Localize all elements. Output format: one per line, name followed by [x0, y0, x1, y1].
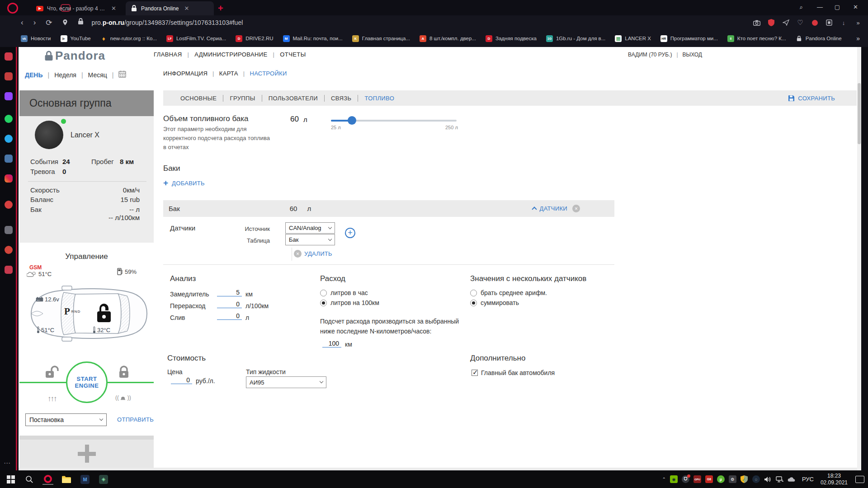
group-header[interactable]: Основная группа [19, 90, 154, 116]
scrollbar-thumb[interactable] [858, 83, 861, 144]
defender-tray-icon[interactable]: ✓ [741, 475, 748, 483]
browser-tab-pandora[interactable]: Pandora Online ✕ [126, 1, 214, 15]
taskbar-search-icon[interactable] [24, 474, 35, 485]
bookmarks-overflow-chevron[interactable]: » [856, 35, 860, 42]
new-tab-button[interactable]: + [218, 3, 223, 14]
liters-per-hour-option[interactable]: литров в час [320, 289, 368, 296]
lock-button[interactable] [118, 366, 130, 381]
start-engine-button[interactable]: START ENGINE [66, 361, 108, 403]
average-option[interactable]: брать среднее арифм. [470, 289, 547, 296]
nav-reports[interactable]: ОТЧЕТЫ [280, 51, 306, 58]
retarder-input[interactable]: 5 [217, 289, 242, 296]
maximize-window-icon[interactable]: ▢ [835, 4, 840, 10]
site-badge-pin-icon[interactable] [62, 19, 68, 27]
taskbar-opera-icon[interactable] [42, 474, 53, 485]
period-week[interactable]: Неделя [54, 71, 76, 79]
minimize-window-icon[interactable]: — [817, 4, 823, 10]
bookmark-item[interactable]: MMail.Ru: почта, пои... [283, 35, 343, 42]
bookmark-item[interactable]: llКто поет песню? К... [727, 35, 786, 42]
close-window-icon[interactable]: ✕ [853, 4, 858, 10]
back-icon[interactable]: ‹ [21, 18, 24, 27]
bookmark-item[interactable]: vkНовости [21, 35, 51, 42]
sensors-toggle[interactable]: ДАТЧИКИ [533, 205, 567, 212]
search-tabs-icon[interactable]: ⌕ [800, 4, 803, 11]
command-select[interactable]: Постановка [25, 413, 107, 426]
nav-main[interactable]: ГЛАВНАЯ [154, 51, 182, 58]
forward-icon[interactable]: › [33, 18, 36, 27]
url-text[interactable]: pro.p-on.ru/group/1349837/settings/10763… [92, 19, 243, 26]
add-sensor-button[interactable]: + [345, 228, 355, 238]
drain-input[interactable]: 0 [217, 312, 242, 320]
webasto-arrows-icon[interactable]: ↑↑↑ [47, 394, 57, 404]
browser-tab-youtube[interactable]: ▶ Что, если - разбор 4 и 3 се ✕ [32, 1, 124, 15]
slider-thumb[interactable] [348, 116, 356, 125]
tab-fuel[interactable]: ТОПЛИВО [364, 95, 394, 102]
unlock-button[interactable] [45, 366, 60, 381]
send-command-button[interactable]: ОТПРАВИТЬ [117, 416, 154, 423]
bookmark-item[interactable]: ♦new-rutor.org :: Ко... [100, 35, 157, 42]
checkbox-checked-icon[interactable] [472, 370, 478, 376]
subnav-map[interactable]: КАРТА [219, 70, 238, 77]
taskbar-file-explorer-icon[interactable] [61, 474, 72, 485]
gigabyte-tray-icon[interactable]: GII [705, 475, 713, 483]
table-select[interactable]: Бак [285, 234, 335, 245]
main-tank-checkbox-row[interactable]: Главный бак автомобиля [472, 369, 555, 376]
sidebar-toggle-icon[interactable]: » [854, 19, 862, 26]
sidebar-youtube-icon[interactable] [5, 201, 13, 209]
liters-per-100km-option[interactable]: литров на 100км [320, 299, 379, 306]
account-user[interactable]: ВАДИМ (70 РУБ.) [628, 52, 672, 58]
bookmark-item[interactable]: DDRIVE2.RU [236, 35, 273, 42]
utorrent-tray-icon[interactable]: µ [717, 475, 725, 483]
opera-menu-icon[interactable] [7, 3, 18, 14]
pandora-logo[interactable]: Pandora [44, 49, 105, 63]
sidebar-twitch-icon[interactable] [5, 92, 13, 100]
taskbar-app-icon-2[interactable]: ◈ [98, 474, 109, 485]
subnav-information[interactable]: ИНФОРМАЦИЯ [163, 70, 208, 77]
bookmark-item[interactable]: A8 шт./компл. двер... [420, 35, 476, 42]
my-flow-send-icon[interactable] [782, 19, 789, 26]
action-center-icon[interactable] [855, 476, 864, 483]
hidden-icons-chevron[interactable]: ⌃ [662, 477, 666, 482]
bookmark-item[interactable]: ▶YouTube [61, 35, 91, 42]
sum-option[interactable]: суммировать [470, 299, 519, 306]
site-security-lock-icon[interactable] [78, 18, 84, 27]
add-tank-button[interactable]: + ДОБАВИТЬ [163, 179, 205, 187]
tab-general[interactable]: ОСНОВНЫЕ [180, 95, 217, 102]
calendar-icon[interactable] [118, 70, 126, 79]
snapshot-camera-icon[interactable] [753, 19, 760, 26]
price-input[interactable]: 0 [171, 376, 192, 384]
source-select[interactable]: CAN/Analog [285, 222, 335, 234]
bookmark-item[interactable]: DЗадняя подвеска [486, 35, 537, 42]
sidebar-vk-icon[interactable] [5, 155, 13, 163]
settings-tray-icon[interactable]: ⚙ [729, 475, 736, 483]
reload-icon[interactable]: ⟳ [46, 18, 52, 28]
network-tray-icon[interactable] [776, 475, 783, 483]
save-button[interactable]: СОХРАНИТЬ [788, 95, 835, 102]
tab-connection[interactable]: СВЯЗЬ [331, 95, 351, 102]
extension-red-icon[interactable] [811, 19, 818, 26]
start-button[interactable] [5, 474, 16, 485]
tab-groups[interactable]: ГРУППЫ [230, 95, 255, 102]
sidebar-chat-icon[interactable] [5, 226, 13, 234]
close-tab-icon[interactable]: ✕ [111, 5, 116, 12]
gpu-tweak-tray-icon[interactable]: GPU [693, 475, 701, 483]
nvidia-tray-icon[interactable]: ◉ [670, 475, 678, 483]
close-tab-icon[interactable]: ✕ [184, 5, 189, 12]
taskbar-clock[interactable]: 18:23 02.09.2021 [821, 473, 848, 486]
nav-administration[interactable]: АДМИНИСТРИРОВАНИЕ [194, 51, 267, 58]
subnav-settings[interactable]: НАСТРОЙКИ [250, 70, 287, 77]
discord-tray-icon[interactable]: ᗜ [682, 475, 689, 483]
bookmark-heart-icon[interactable]: ♡ [797, 19, 804, 26]
fuel-volume-slider[interactable] [331, 120, 457, 122]
page-scrollbar[interactable] [857, 47, 861, 470]
bookmark-item[interactable]: ▦LANCER X [615, 35, 651, 42]
taskbar-app-icon-1[interactable]: M [80, 474, 90, 485]
downloads-icon[interactable]: ↓ [840, 19, 847, 26]
logout-link[interactable]: ВЫХОД [683, 52, 702, 58]
bookmark-item[interactable]: 1G1Gb.ru - Дом для в... [546, 35, 605, 42]
bookmark-item[interactable]: Pandora Online [796, 35, 842, 42]
vehicle-name[interactable]: Lancer X [71, 131, 99, 139]
sidebar-app-icon-1[interactable] [5, 52, 13, 61]
bookmark-item[interactable]: LFLostFilm.TV. Сериа... [166, 35, 226, 42]
vehicle-avatar[interactable] [35, 121, 63, 149]
